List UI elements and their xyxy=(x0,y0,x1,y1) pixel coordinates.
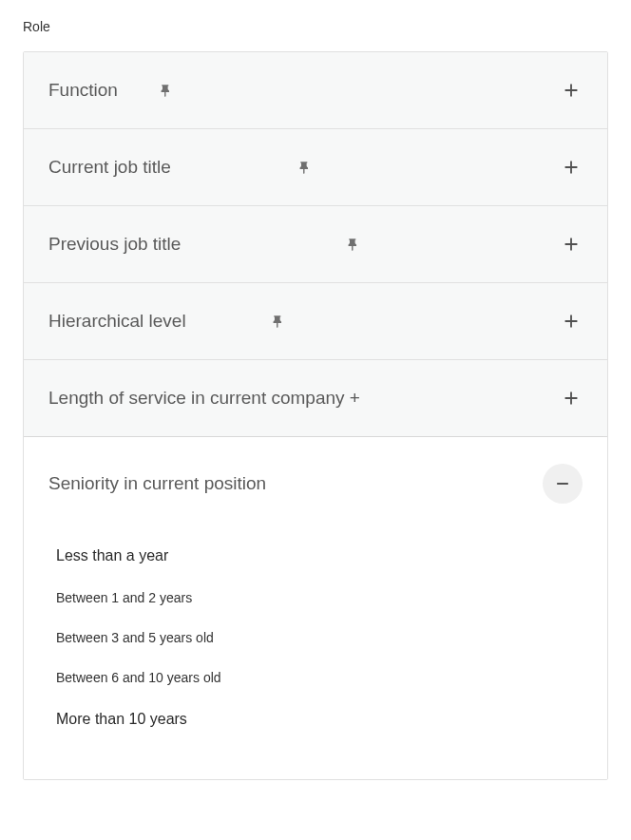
collapse-button[interactable] xyxy=(543,464,583,504)
option-less-than-year[interactable]: Less than a year xyxy=(56,534,575,578)
accordion-header-seniority[interactable]: Seniority in current position xyxy=(24,437,607,513)
option-6-10-years[interactable]: Between 6 and 10 years old xyxy=(56,658,575,697)
role-filters-panel: Function Current job title Previous job … xyxy=(23,51,608,780)
plus-icon xyxy=(560,79,583,102)
accordion-body-seniority: Less than a year Between 1 and 2 years B… xyxy=(24,513,607,779)
option-1-2-years[interactable]: Between 1 and 2 years xyxy=(56,578,575,618)
accordion-header-current-job-title[interactable]: Current job title xyxy=(24,129,607,205)
accordion-item-function: Function xyxy=(24,52,607,129)
pin-icon xyxy=(344,236,361,253)
accordion-item-previous-job-title: Previous job title xyxy=(24,206,607,283)
plus-icon xyxy=(560,387,583,410)
minus-icon xyxy=(553,474,572,493)
plus-icon xyxy=(560,233,583,256)
accordion-item-current-job-title: Current job title xyxy=(24,129,607,206)
accordion-title: Function xyxy=(48,80,118,101)
accordion-header-previous-job-title[interactable]: Previous job title xyxy=(24,206,607,282)
section-label: Role xyxy=(23,19,608,34)
accordion-title: Seniority in current position xyxy=(48,473,266,494)
accordion-header-hierarchical-level[interactable]: Hierarchical level xyxy=(24,283,607,359)
accordion-item-length-of-service: Length of service in current company + xyxy=(24,360,607,437)
accordion-item-seniority: Seniority in current position Less than … xyxy=(24,437,607,779)
accordion-item-hierarchical-level: Hierarchical level xyxy=(24,283,607,360)
plus-icon xyxy=(560,310,583,333)
pin-icon xyxy=(296,159,314,176)
accordion-title: Previous job title xyxy=(48,234,181,255)
accordion-header-length-of-service[interactable]: Length of service in current company + xyxy=(24,360,607,436)
pin-icon xyxy=(270,313,287,330)
option-more-than-10[interactable]: More than 10 years xyxy=(56,697,575,741)
plus-icon xyxy=(560,156,583,179)
accordion-header-function[interactable]: Function xyxy=(24,52,607,128)
accordion-title: Current job title xyxy=(48,157,171,178)
option-3-5-years[interactable]: Between 3 and 5 years old xyxy=(56,618,575,658)
accordion-title: Hierarchical level xyxy=(48,311,186,332)
pin-icon xyxy=(158,82,175,99)
accordion-title: Length of service in current company + xyxy=(48,388,360,409)
